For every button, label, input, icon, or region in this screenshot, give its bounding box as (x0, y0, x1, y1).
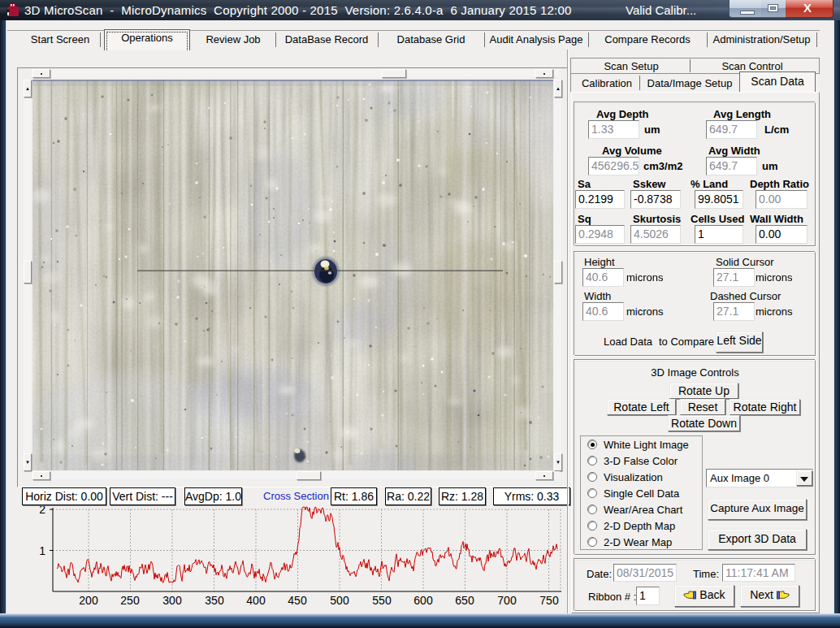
svg-text:700: 700 (497, 594, 517, 607)
svg-text:550: 550 (372, 594, 392, 607)
svg-text:750: 750 (539, 594, 559, 607)
svg-text:300: 300 (162, 594, 182, 607)
svg-text:500: 500 (330, 594, 349, 607)
svg-text:400: 400 (246, 594, 266, 607)
svg-text:250: 250 (120, 594, 140, 607)
svg-text:1: 1 (39, 544, 45, 557)
svg-text:2: 2 (39, 506, 45, 516)
svg-text:650: 650 (455, 594, 474, 607)
svg-text:450: 450 (288, 594, 307, 607)
svg-text:350: 350 (205, 594, 224, 607)
svg-text:600: 600 (414, 594, 433, 607)
svg-text:200: 200 (79, 594, 98, 607)
